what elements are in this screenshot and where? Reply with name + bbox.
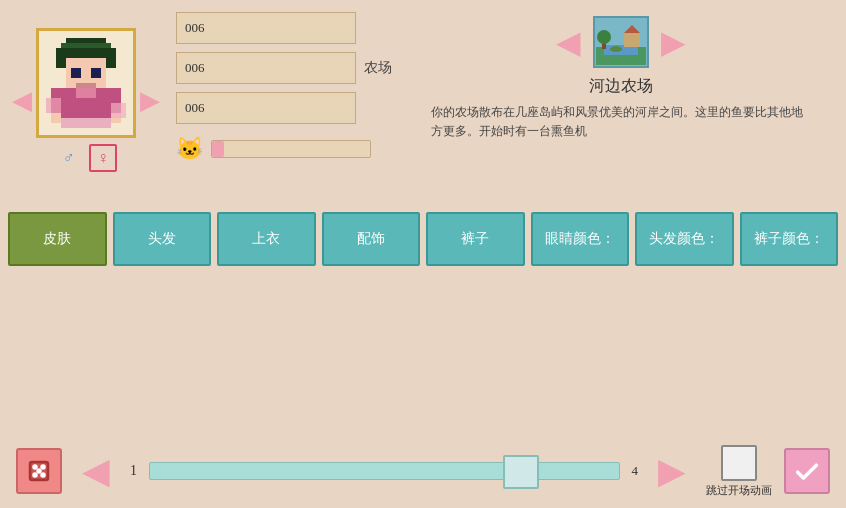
prev-arrow-icon: ◀ (82, 453, 110, 489)
page-current: 1 (130, 463, 137, 479)
cat-slider-fill (212, 141, 224, 157)
randomize-button[interactable] (16, 448, 62, 494)
tab-pants[interactable]: 裤子 (426, 212, 525, 266)
farm-label: 农场 (364, 59, 392, 77)
svg-point-26 (42, 466, 45, 469)
avatar-area: ◀ (12, 8, 160, 192)
svg-rect-6 (76, 83, 96, 88)
gender-male-icon[interactable]: ♂ (55, 144, 83, 172)
farm-area: ◀ (408, 8, 834, 192)
main-slider-track[interactable] (149, 462, 620, 480)
farm-nav-right[interactable]: ▶ (661, 26, 686, 58)
tab-skin[interactable]: 皮肤 (8, 212, 107, 266)
top-section: ◀ (0, 0, 846, 200)
field-row-1 (176, 12, 392, 44)
fields-area: 农场 🐱 (176, 8, 392, 192)
checkmark-icon (793, 457, 821, 485)
cat-icon: 🐱 (176, 136, 203, 162)
svg-point-27 (34, 474, 37, 477)
avatar-arrow-right[interactable]: ▶ (140, 85, 160, 116)
character-sprite (46, 38, 126, 128)
gender-icons: ♂ ♀ (55, 144, 117, 172)
confirm-button[interactable] (784, 448, 830, 494)
svg-rect-14 (46, 98, 61, 113)
extra-input[interactable] (176, 92, 356, 124)
tab-hair-color[interactable]: 头发颜色： (635, 212, 734, 266)
tab-top[interactable]: 上衣 (217, 212, 316, 266)
main-slider-thumb[interactable] (503, 455, 539, 489)
bottom-controls: ◀ 1 4 ▶ 跳过开场动画 (0, 434, 846, 508)
svg-point-29 (38, 470, 41, 473)
gender-female-icon[interactable]: ♀ (89, 144, 117, 172)
cat-slider-track (211, 140, 371, 158)
avatar-frame (36, 28, 136, 138)
svg-rect-15 (111, 103, 126, 118)
tab-hair[interactable]: 头发 (113, 212, 212, 266)
farm-name-input[interactable] (176, 52, 356, 84)
cat-row: 🐱 (176, 136, 392, 162)
next-button[interactable]: ▶ (650, 449, 694, 493)
tab-eye-color[interactable]: 眼睛颜色： (531, 212, 630, 266)
svg-rect-19 (624, 33, 640, 47)
tab-accessory[interactable]: 配饰 (322, 212, 421, 266)
svg-rect-5 (91, 68, 101, 78)
svg-point-25 (34, 466, 37, 469)
farm-nav: ◀ (556, 16, 686, 68)
page-end: 4 (632, 463, 639, 479)
tab-pants-color[interactable]: 裤子颜色： (740, 212, 839, 266)
dice-icon (27, 459, 51, 483)
farm-icon (593, 16, 649, 68)
svg-rect-4 (71, 68, 81, 78)
field-row-2: 农场 (176, 52, 392, 84)
skip-label: 跳过开场动画 (706, 483, 772, 498)
farm-title: 河边农场 (589, 76, 653, 97)
avatar-arrow-left[interactable]: ◀ (12, 85, 32, 116)
svg-point-28 (42, 474, 45, 477)
svg-point-23 (610, 46, 622, 52)
skip-checkbox[interactable] (721, 445, 757, 481)
name-input[interactable] (176, 12, 356, 44)
svg-rect-8 (76, 88, 96, 98)
tabs-section: 皮肤 头发 上衣 配饰 裤子 眼睛颜色： 头发颜色： 裤子颜色： (0, 200, 846, 274)
farm-nav-left[interactable]: ◀ (556, 26, 581, 58)
farm-description: 你的农场散布在几座岛屿和风景优美的河岸之间。这里的鱼要比其他地方更多。开始时有一… (431, 103, 811, 141)
main-layout: ◀ (0, 0, 846, 508)
prev-button[interactable]: ◀ (74, 449, 118, 493)
svg-rect-13 (61, 118, 111, 128)
skip-area: 跳过开场动画 (706, 445, 772, 498)
field-row-3 (176, 92, 392, 124)
svg-rect-11 (51, 113, 61, 123)
avatar-wrapper: ♂ ♀ (36, 28, 136, 172)
svg-point-22 (597, 30, 611, 44)
next-arrow-icon: ▶ (658, 453, 686, 489)
